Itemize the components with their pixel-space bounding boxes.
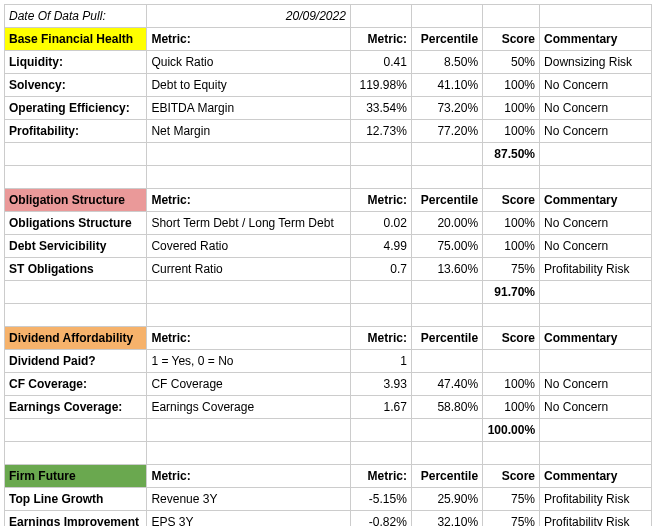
row-metric: Earnings Coverage (147, 396, 350, 419)
row-metric: EPS 3Y (147, 511, 350, 527)
row-score: 100% (483, 97, 540, 120)
empty-cell (5, 166, 147, 189)
row-score: 100% (483, 396, 540, 419)
empty-cell (540, 442, 652, 465)
empty-cell (147, 419, 350, 442)
row-category: Operating Efficiency: (5, 97, 147, 120)
empty-cell (540, 281, 652, 304)
column-header-metric-label: Metric: (147, 189, 350, 212)
empty-cell (5, 143, 147, 166)
row-commentary: Profitability Risk (540, 258, 652, 281)
empty-cell (411, 304, 482, 327)
column-header-commentary: Commentary (540, 189, 652, 212)
date-pull-value: 20/09/2022 (147, 5, 350, 28)
row-category: Earnings Coverage: (5, 396, 147, 419)
column-header-metric-label: Metric: (147, 28, 350, 51)
row-score: 50% (483, 51, 540, 74)
empty-cell (147, 304, 350, 327)
row-score: 100% (483, 212, 540, 235)
row-commentary: No Concern (540, 373, 652, 396)
column-header-score: Score (483, 189, 540, 212)
column-header-metric: Metric: (350, 189, 411, 212)
empty-cell (5, 281, 147, 304)
empty-cell (350, 304, 411, 327)
row-commentary: No Concern (540, 212, 652, 235)
column-header-percentile: Percentile (411, 465, 482, 488)
row-commentary: Profitability Risk (540, 488, 652, 511)
empty-cell (540, 143, 652, 166)
row-value: 0.7 (350, 258, 411, 281)
row-metric: Revenue 3Y (147, 488, 350, 511)
row-percentile: 47.40% (411, 373, 482, 396)
row-commentary: Profitability Risk (540, 511, 652, 527)
row-percentile (411, 350, 482, 373)
row-value: 33.54% (350, 97, 411, 120)
empty-cell (411, 281, 482, 304)
financial-report-table: Date Of Data Pull:20/09/2022Base Financi… (4, 4, 652, 526)
row-category: ST Obligations (5, 258, 147, 281)
row-value: 3.93 (350, 373, 411, 396)
column-header-commentary: Commentary (540, 465, 652, 488)
row-metric: Current Ratio (147, 258, 350, 281)
row-value: 0.41 (350, 51, 411, 74)
row-commentary: No Concern (540, 235, 652, 258)
row-percentile: 32.10% (411, 511, 482, 527)
column-header-metric: Metric: (350, 465, 411, 488)
column-header-metric: Metric: (350, 327, 411, 350)
row-score: 75% (483, 511, 540, 527)
row-score: 100% (483, 120, 540, 143)
row-percentile: 20.00% (411, 212, 482, 235)
row-commentary: No Concern (540, 120, 652, 143)
empty-cell (483, 5, 540, 28)
empty-cell (483, 304, 540, 327)
row-score: 75% (483, 258, 540, 281)
empty-cell (540, 166, 652, 189)
column-header-score: Score (483, 327, 540, 350)
empty-cell (5, 442, 147, 465)
row-percentile: 8.50% (411, 51, 482, 74)
row-metric: CF Coverage (147, 373, 350, 396)
row-commentary: Downsizing Risk (540, 51, 652, 74)
row-value: 4.99 (350, 235, 411, 258)
empty-cell (540, 304, 652, 327)
empty-cell (411, 442, 482, 465)
empty-cell (350, 5, 411, 28)
empty-cell (483, 442, 540, 465)
row-metric: Debt to Equity (147, 74, 350, 97)
empty-cell (350, 281, 411, 304)
empty-cell (350, 143, 411, 166)
row-commentary: No Concern (540, 396, 652, 419)
section-total: 91.70% (483, 281, 540, 304)
column-header-commentary: Commentary (540, 28, 652, 51)
row-percentile: 41.10% (411, 74, 482, 97)
row-commentary: No Concern (540, 74, 652, 97)
row-value: 1.67 (350, 396, 411, 419)
empty-cell (147, 281, 350, 304)
empty-cell (5, 304, 147, 327)
row-value: 0.02 (350, 212, 411, 235)
column-header-percentile: Percentile (411, 189, 482, 212)
row-score: 100% (483, 74, 540, 97)
section-total: 87.50% (483, 143, 540, 166)
row-metric: 1 = Yes, 0 = No (147, 350, 350, 373)
row-metric: Net Margin (147, 120, 350, 143)
row-category: Liquidity: (5, 51, 147, 74)
row-value: -5.15% (350, 488, 411, 511)
row-category: CF Coverage: (5, 373, 147, 396)
row-metric: Quick Ratio (147, 51, 350, 74)
column-header-score: Score (483, 465, 540, 488)
row-category: Debt Servicibility (5, 235, 147, 258)
empty-cell (540, 419, 652, 442)
empty-cell (147, 143, 350, 166)
column-header-score: Score (483, 28, 540, 51)
row-value: 119.98% (350, 74, 411, 97)
empty-cell (411, 166, 482, 189)
section-title: Dividend Affordability (5, 327, 147, 350)
empty-cell (350, 419, 411, 442)
row-percentile: 77.20% (411, 120, 482, 143)
row-percentile: 25.90% (411, 488, 482, 511)
row-metric: EBITDA Margin (147, 97, 350, 120)
section-total: 100.00% (483, 419, 540, 442)
row-percentile: 75.00% (411, 235, 482, 258)
empty-cell (350, 442, 411, 465)
